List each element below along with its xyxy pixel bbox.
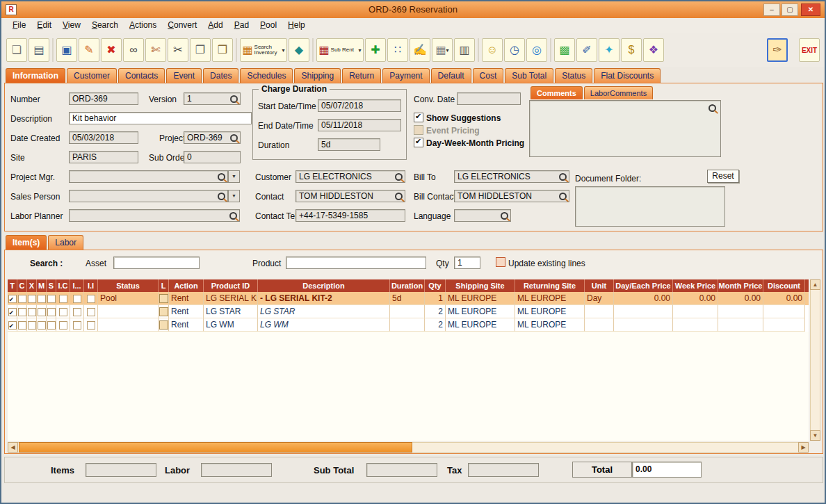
row-flag-cell[interactable] xyxy=(8,318,17,332)
row-flag-checkbox[interactable] xyxy=(18,308,26,316)
sales-person-dropdown-arrow-icon[interactable]: ▼ xyxy=(228,190,240,202)
discount-cell[interactable] xyxy=(763,305,805,318)
tab-comments[interactable]: Comments xyxy=(531,86,583,99)
labor-planner-input[interactable] xyxy=(69,209,240,222)
column-header-i-i[interactable]: I.I xyxy=(84,279,98,292)
exit-button[interactable]: EXIT xyxy=(799,38,820,62)
column-header-month-price[interactable]: Month Price xyxy=(718,279,763,292)
tab-labor-comments[interactable]: LaborComments xyxy=(584,86,653,99)
key-icon[interactable]: ✦ xyxy=(599,38,620,62)
column-header-s[interactable]: S xyxy=(47,279,56,292)
status-cell[interactable] xyxy=(98,305,159,318)
scroll-right-icon[interactable]: ▶ xyxy=(798,442,809,453)
tab-event[interactable]: Event xyxy=(166,68,202,83)
table-row[interactable]: RentLG WMLG WM2ML EUROPEML EUROPE xyxy=(8,318,809,332)
calendar-stack-icon[interactable]: ▦▾ xyxy=(432,38,453,62)
duration-input[interactable]: 5d xyxy=(318,138,380,151)
row-flag-cell[interactable] xyxy=(84,318,98,332)
scroll-left-icon[interactable]: ◀ xyxy=(8,442,18,453)
dropdown-arrow-icon[interactable]: ▾ xyxy=(359,47,362,54)
table-row[interactable]: PoolRentLG SERIAL KIT-2- LG SERIAL KIT-2… xyxy=(8,292,809,305)
month-price-cell[interactable] xyxy=(718,305,763,318)
pad-edit-icon[interactable]: ✐ xyxy=(576,38,597,62)
column-header-returning-site[interactable]: Returning Site xyxy=(515,279,585,292)
column-header-i[interactable]: I... xyxy=(70,279,84,292)
menu-item-edit[interactable]: Edit xyxy=(31,18,57,32)
row-select-checkbox[interactable] xyxy=(8,295,17,303)
bill-contact-search-icon[interactable] xyxy=(559,193,567,200)
week-price-cell[interactable] xyxy=(673,318,718,332)
column-header-qty[interactable]: Qty xyxy=(425,279,446,292)
contact-search-icon[interactable] xyxy=(395,193,403,200)
dropdown-arrow-icon[interactable]: ▾ xyxy=(446,47,449,54)
week-price-cell[interactable]: 0.00 xyxy=(673,292,718,305)
action-cell[interactable]: Rent xyxy=(169,292,204,305)
spheres-icon[interactable]: ∷ xyxy=(387,38,408,62)
month-price-cell[interactable]: 0.00 xyxy=(718,292,763,305)
column-header-unit[interactable]: Unit xyxy=(585,279,614,292)
tab-return[interactable]: Return xyxy=(342,68,381,83)
close-button[interactable]: ✕ xyxy=(801,3,820,16)
minimize-button[interactable]: – xyxy=(763,3,780,16)
tab-labor[interactable]: Labor xyxy=(48,235,83,250)
day-each-price-cell[interactable] xyxy=(614,318,673,332)
number-input[interactable]: ORD-369 xyxy=(69,92,138,105)
project-search-icon[interactable] xyxy=(230,134,238,142)
cut-icon[interactable]: ✂ xyxy=(168,38,188,62)
show-suggestions-checkbox[interactable] xyxy=(414,113,423,122)
version-input[interactable]: 1 xyxy=(184,92,241,105)
row-flag-cell[interactable] xyxy=(56,292,70,305)
line-icon-cell[interactable] xyxy=(159,305,169,318)
menu-item-add[interactable]: Add xyxy=(202,18,228,32)
row-flag-checkbox[interactable] xyxy=(18,321,26,330)
returning-site-cell[interactable]: ML EUROPE xyxy=(515,292,585,305)
tab-customer[interactable]: Customer xyxy=(67,68,117,83)
row-flag-cell[interactable] xyxy=(17,318,27,332)
duration-cell[interactable] xyxy=(390,305,425,318)
row-flag-checkbox[interactable] xyxy=(73,308,81,316)
action-cell[interactable]: Rent xyxy=(169,318,204,332)
row-flag-checkbox[interactable] xyxy=(73,321,81,330)
column-header-t[interactable]: T xyxy=(8,279,17,292)
tax-input[interactable] xyxy=(468,463,539,477)
sub-orders-input[interactable]: 0 xyxy=(184,151,241,163)
row-flag-checkbox[interactable] xyxy=(28,295,36,303)
menu-item-view[interactable]: View xyxy=(57,18,86,32)
sales-person-input[interactable] xyxy=(69,190,228,202)
row-flag-cell[interactable] xyxy=(47,318,56,332)
shipping-site-cell[interactable]: ML EUROPE xyxy=(446,318,515,332)
site-input[interactable]: PARIS xyxy=(69,151,138,163)
product-id-cell[interactable]: LG WM xyxy=(204,318,258,332)
boxes-icon[interactable]: ❖ xyxy=(643,38,664,62)
status-cell[interactable]: Pool xyxy=(98,292,159,305)
row-flag-checkbox[interactable] xyxy=(59,321,67,330)
new-booking-icon[interactable]: ❏ xyxy=(6,38,27,62)
row-flag-cell[interactable] xyxy=(84,292,98,305)
unit-cell[interactable]: Day xyxy=(585,292,614,305)
column-header-action[interactable]: Action xyxy=(169,279,204,292)
end-date-input[interactable]: 05/11/2018 xyxy=(318,119,401,131)
shipping-site-cell[interactable]: ML EUROPE xyxy=(446,292,515,305)
tab-status[interactable]: Status xyxy=(555,68,592,83)
row-flag-cell[interactable] xyxy=(37,292,47,305)
line-icon-cell[interactable] xyxy=(159,318,169,332)
tab-flat-discounts[interactable]: Flat Discounts xyxy=(594,68,661,83)
sub-rent-button[interactable]: ▦Sub Rent▾ xyxy=(316,38,364,62)
description-cell[interactable]: LG STAR xyxy=(258,305,390,318)
month-price-cell[interactable] xyxy=(718,318,763,332)
menu-item-convert[interactable]: Convert xyxy=(162,18,202,32)
row-flag-checkbox[interactable] xyxy=(28,321,36,330)
row-flag-checkbox[interactable] xyxy=(38,308,46,316)
column-header-week-price[interactable]: Week Price xyxy=(673,279,718,292)
maximize-button[interactable]: ▢ xyxy=(782,3,798,16)
action-cell[interactable]: Rent xyxy=(169,305,204,318)
tab-schedules[interactable]: Schedules xyxy=(240,68,293,83)
horizontal-scrollbar-thumb[interactable] xyxy=(19,442,412,453)
paste-icon[interactable]: ❒ xyxy=(212,38,233,62)
customer-input[interactable]: LG ELECTRONICS xyxy=(295,170,405,183)
row-flag-checkbox[interactable] xyxy=(47,308,56,316)
row-flag-cell[interactable] xyxy=(27,318,37,332)
row-flag-checkbox[interactable] xyxy=(73,295,81,303)
column-header-l[interactable]: L xyxy=(159,279,169,292)
labor-planner-search-icon[interactable] xyxy=(229,212,237,220)
